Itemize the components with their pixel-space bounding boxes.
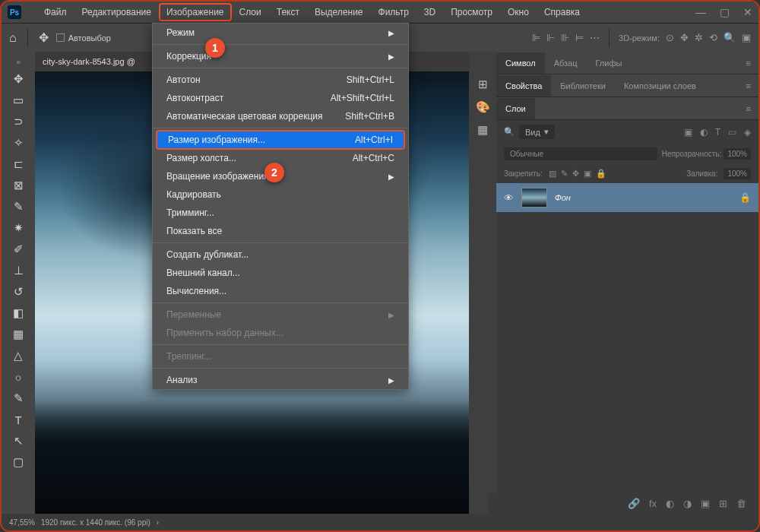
tab-layercomps[interactable]: Композиции слоев <box>615 75 705 97</box>
menu-autotone[interactable]: АвтотонShift+Ctrl+L <box>153 71 408 89</box>
app-logo[interactable]: Ps <box>8 5 21 19</box>
layer-name[interactable]: Фон <box>555 193 732 202</box>
menu-view[interactable]: Просмотр <box>443 3 500 21</box>
panel-menu-icon[interactable]: ≡ <box>739 104 758 113</box>
orbit-icon[interactable]: ⊙ <box>666 32 674 43</box>
menu-help[interactable]: Справка <box>537 3 587 21</box>
menu-image-size[interactable]: Размер изображения...Alt+Ctrl+I <box>156 130 405 150</box>
menu-text[interactable]: Текст <box>269 3 307 21</box>
filter-pixel-icon[interactable]: ▣ <box>684 127 692 138</box>
path-tool-icon[interactable]: ↖ <box>8 431 29 451</box>
lock-pos-icon[interactable]: ✥ <box>572 169 579 179</box>
menu-trim[interactable]: Тримминг... <box>153 204 408 222</box>
pan-icon[interactable]: ✥ <box>680 32 689 43</box>
eraser-tool-icon[interactable]: ◧ <box>8 303 29 323</box>
menu-crop[interactable]: Кадрировать <box>153 185 408 204</box>
menu-filter[interactable]: Фильтр <box>371 3 416 21</box>
menu-duplicate[interactable]: Создать дубликат... <box>153 245 408 264</box>
adjust-icon[interactable]: ⊞ <box>478 78 488 91</box>
frame-tool-icon[interactable]: ⊠ <box>8 176 29 195</box>
stamp-tool-icon[interactable]: ⊥ <box>8 261 29 280</box>
opacity-value[interactable]: 100% <box>724 148 751 160</box>
move-tool-icon[interactable]: ✥ <box>8 69 29 89</box>
chevron-right-icon[interactable]: › <box>157 518 159 527</box>
align-icon[interactable]: ⊪ <box>561 32 569 43</box>
shape-tool-icon[interactable]: ▢ <box>8 452 29 472</box>
filter-type-dropdown[interactable]: Вид ▾ <box>519 125 555 139</box>
menu-analysis[interactable]: Анализ▶ <box>153 371 408 389</box>
blend-mode-dropdown[interactable]: Обычные <box>504 147 657 160</box>
filter-shape-icon[interactable]: ▭ <box>728 127 736 138</box>
wand-tool-icon[interactable]: ✧ <box>8 133 29 153</box>
menu-calculations[interactable]: Вычисления... <box>153 282 408 300</box>
visibility-icon[interactable]: 👁 <box>504 192 514 204</box>
history-brush-icon[interactable]: ↺ <box>8 282 29 302</box>
pen-tool-icon[interactable]: ✎ <box>8 388 29 408</box>
tab-properties[interactable]: Свойства <box>496 75 551 97</box>
new-layer-icon[interactable]: ⊞ <box>719 498 727 509</box>
tab-libraries[interactable]: Библиотеки <box>551 75 615 97</box>
menu-correction[interactable]: Коррекция▶ <box>153 47 408 65</box>
lock-nest-icon[interactable]: ▣ <box>584 169 591 179</box>
search-icon[interactable]: 🔍 <box>724 32 736 43</box>
group-icon[interactable]: ▣ <box>701 498 710 509</box>
tab-layers[interactable]: Слои <box>496 98 535 119</box>
panel-menu-icon[interactable]: ≡ <box>739 59 758 68</box>
filter-smart-icon[interactable]: ◈ <box>744 127 751 138</box>
crop-tool-icon[interactable]: ⊏ <box>8 154 29 174</box>
layer-row[interactable]: 👁 Фон 🔒 <box>496 183 758 212</box>
home-icon[interactable]: ⌂ <box>9 31 17 45</box>
menu-file[interactable]: Файл <box>36 3 74 21</box>
zoom-icon[interactable]: ✲ <box>695 32 703 43</box>
palette-icon[interactable]: 🎨 <box>476 100 490 114</box>
lock-icon[interactable]: 🔒 <box>739 192 751 203</box>
menu-mode[interactable]: Режим▶ <box>153 24 408 42</box>
autoselect-option[interactable]: Автовыбор <box>56 33 111 43</box>
swatches-icon[interactable]: ▦ <box>477 123 488 137</box>
document-tab[interactable]: city-sky-dark-8543.jpg @ <box>43 57 135 66</box>
menu-window[interactable]: Окно <box>500 3 537 21</box>
close-icon[interactable]: ✕ <box>743 6 752 18</box>
fx-icon[interactable]: fx <box>649 498 657 509</box>
tab-paragraph[interactable]: Абзац <box>545 52 587 74</box>
dodge-tool-icon[interactable]: ○ <box>8 367 29 387</box>
layer-thumbnail[interactable] <box>521 188 547 207</box>
fill-value[interactable]: 100% <box>724 168 751 179</box>
lock-paint-icon[interactable]: ✎ <box>561 169 568 179</box>
menu-edit[interactable]: Редактирование <box>74 3 159 21</box>
marquee-tool-icon[interactable]: ▭ <box>8 90 29 110</box>
menu-image[interactable]: Изображение <box>159 3 232 21</box>
rotate-icon[interactable]: ⟲ <box>709 32 717 43</box>
type-tool-icon[interactable]: T <box>8 410 29 429</box>
lock-trans-icon[interactable]: ▨ <box>549 169 556 179</box>
search-icon[interactable]: 🔍 <box>504 127 515 137</box>
expand-icon[interactable]: » <box>16 56 21 68</box>
trash-icon[interactable]: 🗑 <box>736 498 746 509</box>
tab-glyphs[interactable]: Глифы <box>587 52 632 74</box>
menu-select[interactable]: Выделение <box>307 3 371 21</box>
menu-autocolor[interactable]: Автоматическая цветовая коррекцияShift+C… <box>153 107 408 125</box>
brush-tool-icon[interactable]: ✐ <box>8 239 29 259</box>
menu-apply-image[interactable]: Внешний канал... <box>153 264 408 282</box>
gradient-tool-icon[interactable]: ▦ <box>8 325 29 344</box>
zoom-level[interactable]: 47,55% <box>9 518 35 527</box>
menu-3d[interactable]: 3D <box>416 3 443 21</box>
filter-adjust-icon[interactable]: ◐ <box>700 127 708 138</box>
align-icon[interactable]: ⊩ <box>546 32 555 43</box>
mask-icon[interactable]: ◐ <box>666 498 674 509</box>
link-icon[interactable]: 🔗 <box>628 498 640 509</box>
move-tool-icon[interactable]: ✥ <box>39 30 49 45</box>
maximize-icon[interactable]: ▢ <box>720 6 730 18</box>
menu-layers[interactable]: Слои <box>232 3 269 21</box>
tab-character[interactable]: Символ <box>496 52 545 74</box>
lock-all-icon[interactable]: 🔒 <box>596 169 606 179</box>
checkbox-icon[interactable] <box>56 33 65 42</box>
adjustment-icon[interactable]: ◑ <box>683 498 692 509</box>
heal-tool-icon[interactable]: ✷ <box>8 218 29 238</box>
workspace-icon[interactable]: ▣ <box>742 32 751 43</box>
menu-reveal-all[interactable]: Показать все <box>153 222 408 240</box>
more-icon[interactable]: ⋯ <box>590 32 600 43</box>
lasso-tool-icon[interactable]: ⊃ <box>8 112 29 131</box>
filter-type-icon[interactable]: T <box>715 127 720 138</box>
menu-autocontrast[interactable]: АвтоконтрастAlt+Shift+Ctrl+L <box>153 89 408 107</box>
